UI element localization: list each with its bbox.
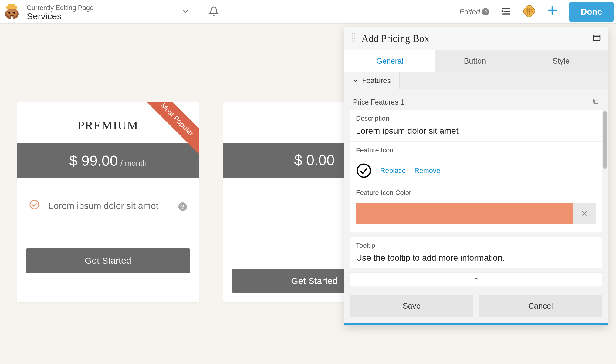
price-amount: $ 99.00 [69,153,118,169]
scrollbar[interactable] [603,111,607,169]
description-label: Description [350,110,602,124]
field-description: Description Lorem ipsum dolor sit amet F… [350,110,602,232]
svg-point-4 [8,12,10,14]
svg-point-26 [352,38,353,39]
editing-label: Currently Editing Page [27,4,93,12]
settings-panel: Add Pricing Box General Button Style Fea… [344,27,608,326]
tab-style[interactable]: Style [514,50,608,72]
page-title: Services [27,11,93,22]
svg-point-22 [352,33,353,34]
svg-point-25 [354,36,355,37]
outline-icon[interactable] [501,6,512,18]
feature-help[interactable]: ? [178,200,187,211]
price-duration: / month [120,159,147,168]
color-picker-row [350,199,602,232]
section-header: Price Features 1 [344,89,608,110]
description-value[interactable]: Lorem ipsum dolor sit amet [350,124,602,141]
svg-point-24 [352,36,353,37]
panel-header[interactable]: Add Pricing Box [344,27,608,50]
duplicate-icon[interactable] [592,98,599,107]
feature-icon-preview [356,163,372,179]
price-amount: $ 0.00 [294,152,334,168]
tooltip-label: Tooltip [350,237,602,251]
panel-tabs: General Button Style [344,50,608,72]
drag-handle-icon[interactable] [352,32,355,45]
tab-general[interactable]: General [344,50,435,72]
notifications-icon[interactable] [208,6,219,18]
page-meta: Currently Editing Page Services [24,2,93,22]
collapse-toggle[interactable] [350,272,602,286]
panel-body: Price Features 1 Description Lorem ipsum… [344,89,608,323]
panel-footer: Save Cancel [344,286,608,323]
svg-rect-7 [11,16,13,19]
svg-point-21 [30,200,39,209]
color-swatch[interactable] [356,203,573,224]
cancel-button[interactable]: Cancel [479,295,602,317]
svg-rect-32 [594,100,598,104]
section-title: Price Features 1 [353,98,404,106]
svg-point-33 [357,164,370,177]
get-started-button[interactable]: Get Started [26,248,190,273]
topbar-right: Edited ? Done [459,2,616,22]
color-clear-button[interactable] [573,203,596,224]
help-icon[interactable]: ? [482,8,489,15]
svg-point-28 [352,41,353,42]
replace-link[interactable]: Replace [380,167,406,175]
svg-rect-30 [593,35,600,41]
feature-text: Lorem ipsum dolor sit amet [49,201,158,211]
svg-point-29 [354,41,355,42]
panel-accent-bar [344,323,608,325]
save-button[interactable]: Save [350,295,473,317]
divider [199,0,199,24]
svg-point-23 [354,33,355,34]
page-dropdown-toggle[interactable] [181,7,190,17]
subtab-features[interactable]: Features [344,72,400,89]
svg-point-10 [502,11,503,12]
panel-subtabs: Features [344,72,608,89]
svg-rect-3 [8,4,15,7]
app-logo [0,0,24,24]
tooltip-value[interactable]: Use the tooltip to add more information. [350,251,602,268]
feature-icon-label: Feature Icon [350,142,602,156]
resize-icon[interactable] [593,35,601,42]
feature-row: Lorem ipsum dolor sit amet ? [17,178,199,221]
subtab-label: Features [362,76,391,85]
topbar: Currently Editing Page Services Edited ? [0,0,616,24]
feature-check-icon [29,199,39,212]
edited-label: Edited [459,8,480,16]
svg-point-27 [354,38,355,39]
tab-button[interactable]: Button [435,50,514,72]
edited-status: Edited ? [459,8,489,16]
done-button[interactable]: Done [569,2,614,22]
feature-icon-row: Replace Remove [350,156,602,187]
add-icon[interactable] [547,5,558,18]
svg-point-5 [13,12,15,14]
field-tooltip: Tooltip Use the tooltip to add more info… [350,237,602,268]
feature-icon-color-label: Feature Icon Color [350,187,602,199]
modules-icon[interactable] [523,5,535,18]
pricing-card-premium[interactable]: Most Popular PREMIUM $ 99.00 / month Lor… [17,102,199,302]
remove-link[interactable]: Remove [414,167,440,175]
price-bar: $ 99.00 / month [17,143,199,178]
panel-title: Add Pricing Box [361,33,429,44]
